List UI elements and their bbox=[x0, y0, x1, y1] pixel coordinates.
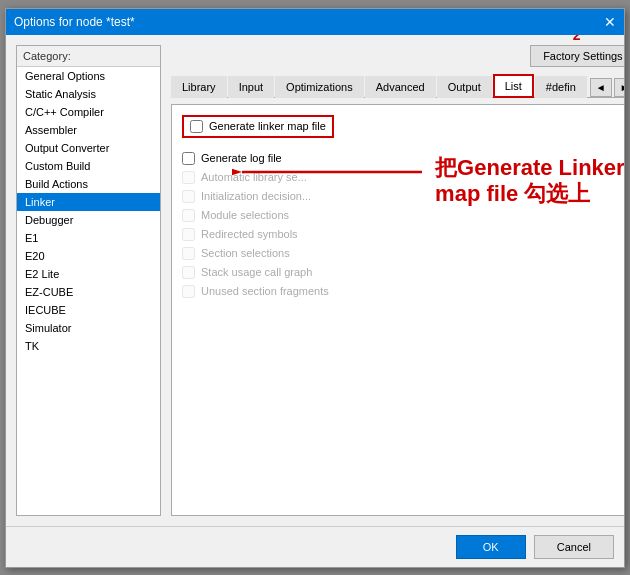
sidebar-item-output-converter[interactable]: Output Converter bbox=[17, 139, 160, 157]
sidebar-item-build-actions[interactable]: Build Actions bbox=[17, 175, 160, 193]
section-selections-checkbox[interactable] bbox=[182, 247, 195, 260]
sidebar-item-linker[interactable]: Linker bbox=[17, 193, 160, 211]
generate-log-label: Generate log file bbox=[201, 152, 282, 164]
stack-usage-row: Stack usage call graph bbox=[182, 266, 624, 279]
unused-section-label: Unused section fragments bbox=[201, 285, 329, 297]
dialog-title: Options for node *test* bbox=[14, 15, 135, 29]
stack-usage-checkbox[interactable] bbox=[182, 266, 195, 279]
cancel-button[interactable]: Cancel bbox=[534, 535, 614, 559]
sidebar-item-e20[interactable]: E20 bbox=[17, 247, 160, 265]
sidebar-item-assembler[interactable]: Assembler bbox=[17, 121, 160, 139]
unused-section-checkbox[interactable] bbox=[182, 285, 195, 298]
section-selections-label: Section selections bbox=[201, 247, 290, 259]
dialog-body: Category: General Options Static Analysi… bbox=[6, 35, 624, 526]
tab-input[interactable]: Input bbox=[228, 76, 274, 98]
tab-library[interactable]: Library bbox=[171, 76, 227, 98]
sidebar-item-static-analysis[interactable]: Static Analysis bbox=[17, 85, 160, 103]
generate-log-checkbox[interactable] bbox=[182, 152, 195, 165]
sidebar-item-custom-build[interactable]: Custom Build bbox=[17, 157, 160, 175]
sidebar-item-iecube[interactable]: IECUBE bbox=[17, 301, 160, 319]
module-selections-checkbox[interactable] bbox=[182, 209, 195, 222]
tab-list[interactable]: List bbox=[493, 74, 534, 98]
sidebar-item-simulator[interactable]: Simulator bbox=[17, 319, 160, 337]
sidebar-item-cpp-compiler[interactable]: C/C++ Compiler bbox=[17, 103, 160, 121]
module-selections-label: Module selections bbox=[201, 209, 289, 221]
sidebar-item-debugger[interactable]: Debugger bbox=[17, 211, 160, 229]
annotation-number-2: 2 bbox=[573, 35, 581, 43]
dialog: Options for node *test* ✕ Category: Gene… bbox=[5, 8, 625, 568]
tab-advanced[interactable]: Advanced bbox=[365, 76, 436, 98]
tab-hash-define[interactable]: #defin bbox=[535, 76, 587, 98]
tab-optimizations[interactable]: Optimizations bbox=[275, 76, 364, 98]
generate-linker-map-label: Generate linker map file bbox=[209, 120, 326, 132]
options-content: 3 Generate linker map file bbox=[171, 104, 624, 516]
category-panel: Category: General Options Static Analysi… bbox=[16, 45, 161, 516]
tab-scroll-right[interactable]: ► bbox=[614, 78, 624, 97]
dialog-footer: OK Cancel bbox=[6, 526, 624, 567]
init-decisions-row: Initialization decision... bbox=[182, 190, 624, 203]
module-selections-row: Module selections bbox=[182, 209, 624, 222]
tabs-row: Library Input Optimizations Advanced Out… bbox=[171, 73, 624, 98]
sidebar-item-e2-lite[interactable]: E2 Lite bbox=[17, 265, 160, 283]
factory-settings-button[interactable]: Factory Settings bbox=[530, 45, 624, 67]
init-decisions-checkbox[interactable] bbox=[182, 190, 195, 203]
unused-section-row: Unused section fragments bbox=[182, 285, 624, 298]
title-bar: Options for node *test* ✕ bbox=[6, 9, 624, 35]
tab-output[interactable]: Output bbox=[437, 76, 492, 98]
factory-row: 2 Factory Settings bbox=[171, 45, 624, 67]
section-selections-row: Section selections bbox=[182, 247, 624, 260]
main-panel: 2 Factory Settings Library Input Optimiz… bbox=[171, 45, 624, 516]
sidebar-item-e1[interactable]: E1 bbox=[17, 229, 160, 247]
sidebar-item-general-options[interactable]: General Options bbox=[17, 67, 160, 85]
linker-map-file-row: Generate linker map file bbox=[182, 115, 334, 138]
category-label: Category: bbox=[17, 46, 160, 67]
tab-scroll-left[interactable]: ◄ bbox=[590, 78, 612, 97]
sidebar-item-tk[interactable]: TK bbox=[17, 337, 160, 355]
init-decisions-label: Initialization decision... bbox=[201, 190, 311, 202]
close-button[interactable]: ✕ bbox=[604, 15, 616, 29]
redirected-symbols-row: Redirected symbols bbox=[182, 228, 624, 241]
ok-button[interactable]: OK bbox=[456, 535, 526, 559]
auto-library-label: Automatic library se... bbox=[201, 171, 307, 183]
generate-log-row: Generate log file bbox=[182, 152, 624, 165]
redirected-symbols-label: Redirected symbols bbox=[201, 228, 298, 240]
sidebar-item-ez-cube[interactable]: EZ-CUBE bbox=[17, 283, 160, 301]
auto-library-row: Automatic library se... bbox=[182, 171, 624, 184]
generate-linker-map-checkbox[interactable] bbox=[190, 120, 203, 133]
auto-library-checkbox[interactable] bbox=[182, 171, 195, 184]
stack-usage-label: Stack usage call graph bbox=[201, 266, 312, 278]
redirected-symbols-checkbox[interactable] bbox=[182, 228, 195, 241]
